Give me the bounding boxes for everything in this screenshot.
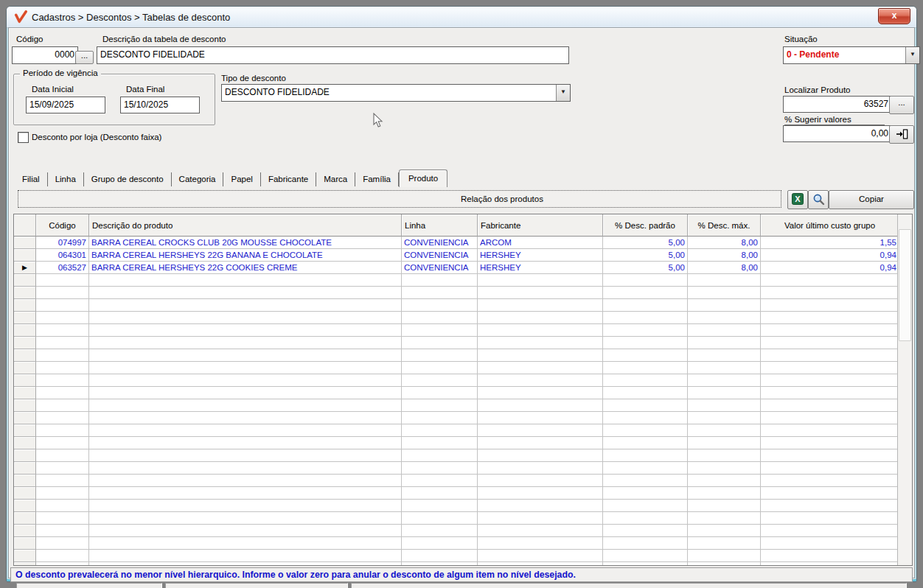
grid-cell [89,349,402,362]
grid-cell[interactable]: 063527 [36,262,89,274]
grid-cell [402,312,478,324]
grid-cell [688,299,761,312]
grid-cell[interactable]: 1,55 [761,237,898,249]
grid-cell [89,462,402,475]
row-indicator [14,337,36,349]
row-indicator [14,512,36,525]
close-button[interactable]: x [878,8,910,24]
row-indicator [14,449,36,462]
grid-cell [688,374,761,387]
tab-linha[interactable]: Linha [48,172,84,186]
grid-cell [761,274,898,287]
grid-cell [478,475,603,487]
grid-cell[interactable]: 0,94 [761,262,898,274]
search-products-button[interactable] [808,190,829,209]
grid-cell [688,537,761,550]
grid-header-6[interactable]: % Desc. máx. [688,214,761,237]
grid-cell[interactable]: BARRA CEREAL HERSHEYS 22G BANANA E CHOCO… [89,249,402,262]
tab-produto[interactable]: Produto [399,169,447,187]
grid-cell[interactable]: ARCOM [478,237,603,249]
grid-cell[interactable]: CONVENIENCIA [402,237,478,249]
grid-cell [688,462,761,475]
grid-cell [478,437,603,449]
grid-cell[interactable]: CONVENIENCIA [402,262,478,274]
data-final-input[interactable]: 15/10/2025 [120,97,200,113]
excel-export-button[interactable]: X [787,190,808,209]
grid-cell [36,537,89,550]
scrollbar-thumb[interactable] [899,229,911,341]
grid-cell [36,550,89,562]
tab-categoria[interactable]: Categoria [172,172,224,186]
grid-cell[interactable]: HERSHEY [478,249,603,262]
grid-cell [89,537,402,550]
data-inicial-label: Data Inicial [32,85,74,94]
grid-cell[interactable]: 5,00 [603,237,688,249]
grid-cell [402,475,478,487]
grid-cell[interactable]: BARRA CEREAL HERSHEYS 22G COOKIES CREME [89,262,402,274]
sugerir-valores-input[interactable]: 0,00 [783,125,892,142]
grid-cell [402,550,478,562]
grid-header-4[interactable]: Fabricante [478,214,603,237]
grid-header-7[interactable]: Valor último custo grupo [761,214,898,237]
descricao-input[interactable]: DESCONTO FIDELIDADE [97,46,569,64]
grid-cell [36,525,89,537]
grid-cell[interactable]: BARRA CEREAL CROCKS CLUB 20G MOUSSE CHOC… [89,237,402,249]
grid-cell[interactable]: 5,00 [603,249,688,262]
apply-suggest-button[interactable] [889,125,914,144]
localizar-produto-input[interactable]: 63527 [783,96,892,113]
codigo-input[interactable]: 0000 [12,46,78,64]
grid-cell [36,424,89,437]
grid-cell [36,462,89,475]
grid-cell [688,424,761,437]
tipo-desconto-combobox[interactable]: DESCONTO FIDELIDADE ▼ [221,84,571,102]
relacao-produtos-header[interactable]: Relação dos produtos [18,190,781,208]
grid-cell [36,475,89,487]
tab-marca[interactable]: Marca [316,172,355,186]
grid-cell [36,299,89,312]
grid-header-3[interactable]: Linha [402,214,478,237]
grid-cell [402,337,478,349]
copiar-button[interactable]: Copiar [829,190,914,209]
tipo-dropdown-arrow-icon[interactable]: ▼ [556,85,570,101]
situacao-dropdown-arrow-icon[interactable]: ▼ [905,47,919,63]
table-row-empty [14,550,898,562]
title-bar[interactable]: Cadastros > Descontos > Tabelas de desco… [7,7,916,28]
grid-cell [761,500,898,512]
tab-grupo-de-desconto[interactable]: Grupo de desconto [84,172,172,186]
grid-cell[interactable]: 8,00 [688,262,761,274]
localizar-produto-label: Localizar Produto [784,85,851,94]
grid-vertical-scrollbar[interactable] [897,214,912,565]
situacao-combobox[interactable]: 0 - Pendente ▼ [783,46,920,64]
situacao-value: 0 - Pendente [787,49,839,60]
grid-cell[interactable]: 5,00 [603,262,688,274]
grid-cell [36,449,89,462]
grid-cell [36,399,89,412]
grid-cell[interactable]: 064301 [36,249,89,262]
grid-cell [761,487,898,500]
grid-cell [688,337,761,349]
tab-filial[interactable]: Filial [15,172,48,186]
codigo-browse-button[interactable]: ... [75,51,94,64]
grid-cell [688,475,761,487]
tab-papel[interactable]: Papel [223,172,260,186]
grid-cell[interactable]: 074997 [36,237,89,249]
grid-cell [603,512,688,525]
grid-cell[interactable]: CONVENIENCIA [402,249,478,262]
tab-fabricante[interactable]: Fabricante [261,172,316,186]
app-checkmark-icon [14,10,27,24]
grid-cell [478,525,603,537]
grid-cell[interactable]: 8,00 [688,237,761,249]
grid-header-5[interactable]: % Desc. padrão [603,214,688,237]
grid-cell [688,449,761,462]
row-indicator [14,424,36,437]
data-inicial-input[interactable]: 15/09/2025 [26,97,105,113]
grid-cell[interactable]: 8,00 [688,249,761,262]
grid-header-2[interactable]: Descrição do produto [89,214,402,237]
localizar-browse-button[interactable]: ... [889,96,914,114]
grid-header-1[interactable]: Código [36,214,89,237]
grid-cell[interactable]: 0,94 [761,249,898,262]
table-row-empty [14,412,898,424]
desconto-por-loja-checkbox[interactable] [18,132,29,143]
tab-família[interactable]: Família [355,172,399,186]
grid-cell[interactable]: HERSHEY [478,262,603,274]
